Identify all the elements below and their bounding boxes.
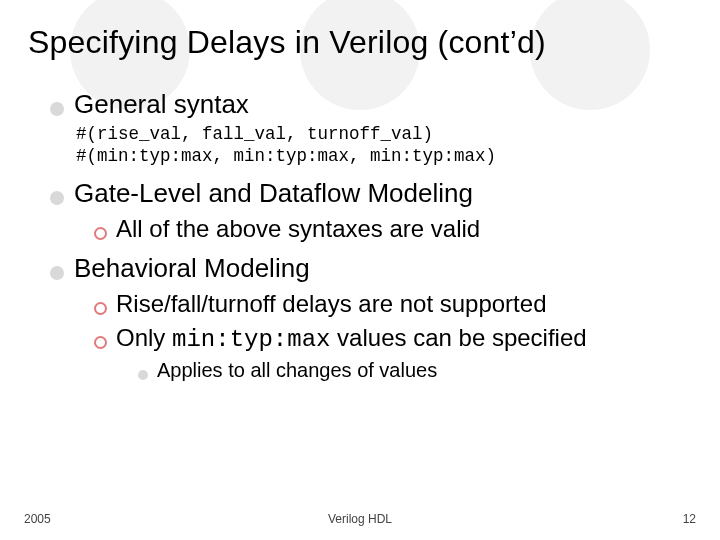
text-suffix: values can be specified (330, 324, 586, 351)
bullet-dot-icon (138, 370, 148, 380)
bullet-behavioral: Behavioral Modeling (50, 253, 692, 284)
bullet-gate-level: Gate-Level and Dataflow Modeling (50, 178, 692, 209)
bullet-ring-icon (94, 302, 107, 315)
subsubbullet-text: Applies to all changes of values (157, 359, 437, 382)
subbullet: All of the above syntaxes are valid (94, 215, 692, 243)
subbullet: Rise/fall/turnoff delays are not support… (94, 290, 692, 318)
code-block: #(rise_val, fall_val, turnoff_val) #(min… (76, 124, 692, 168)
subbullet-text: Only min:typ:max values can be specified (116, 324, 587, 353)
footer-title: Verilog HDL (328, 512, 392, 526)
mono-text: min:typ:max (172, 326, 330, 353)
slide: Specifying Delays in Verilog (cont’d) Ge… (0, 0, 720, 540)
subbullet-text: Rise/fall/turnoff delays are not support… (116, 290, 546, 318)
text-prefix: Only (116, 324, 172, 351)
bullet-text: Gate-Level and Dataflow Modeling (74, 178, 473, 209)
bullet-ring-icon (94, 336, 107, 349)
subbullet: Only min:typ:max values can be specified (94, 324, 692, 353)
slide-title: Specifying Delays in Verilog (cont’d) (28, 24, 692, 61)
footer-year: 2005 (24, 512, 51, 526)
bullet-general-syntax: General syntax (50, 89, 692, 120)
subsubbullet: Applies to all changes of values (138, 359, 692, 382)
content: Specifying Delays in Verilog (cont’d) Ge… (28, 24, 692, 382)
bullet-dot-icon (50, 102, 64, 116)
bullet-dot-icon (50, 266, 64, 280)
bullet-dot-icon (50, 191, 64, 205)
subbullet-text: All of the above syntaxes are valid (116, 215, 480, 243)
bullet-text: Behavioral Modeling (74, 253, 310, 284)
bullet-text: General syntax (74, 89, 249, 120)
footer: 2005 Verilog HDL 12 (0, 512, 720, 526)
footer-page-number: 12 (683, 512, 696, 526)
bullet-ring-icon (94, 227, 107, 240)
